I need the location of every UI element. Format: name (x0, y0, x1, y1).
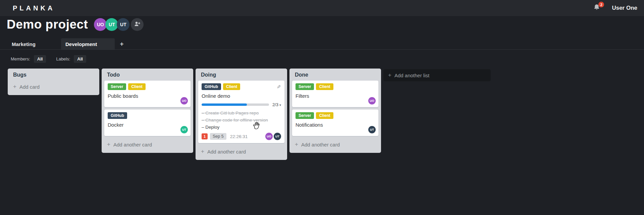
card-footer: 1Sep 522:26:31UOUT (202, 133, 281, 140)
tab-development[interactable]: Development (61, 38, 115, 50)
add-list-button[interactable]: + Add another list (383, 69, 491, 81)
card-title: Notifications (296, 122, 375, 128)
topbar: PLANKA 2 User One (0, 0, 644, 16)
list-title: Doing (196, 69, 287, 81)
task-item: – Change code for offline version (202, 117, 281, 124)
project-header: Demo project UOUTUT (7, 17, 144, 32)
tab-marketing[interactable]: Marketing (7, 38, 61, 50)
card-label: Client (316, 112, 333, 119)
plus-icon: + (107, 141, 110, 148)
project-member-avatar[interactable]: UT (117, 18, 129, 31)
card[interactable]: ServerClientPublic boardsUO (104, 81, 191, 107)
add-card-button[interactable]: +Add another card (196, 145, 287, 159)
card-label: Server (296, 83, 314, 90)
card-label-row: GitHub (108, 112, 187, 119)
card-member-avatar: UT (368, 126, 376, 133)
task-list: – Create GitHub Pages repo– Change code … (202, 110, 281, 131)
labels-filter-label: Labels: (56, 56, 70, 61)
task-item: – Deploy (202, 124, 281, 131)
add-card-button[interactable]: +Add another card (102, 138, 193, 152)
topbar-right: 2 User One (593, 4, 637, 12)
card[interactable]: GitHubClient✎Online demo2/3▾– Create Git… (198, 81, 284, 143)
members-filter-value[interactable]: All (34, 55, 46, 63)
card-label: GitHub (202, 83, 221, 90)
add-user-icon (134, 21, 141, 28)
card-label-row: ServerClient (296, 112, 375, 119)
card-label: Client (128, 83, 145, 90)
add-card-button[interactable]: +Add another card (289, 138, 381, 152)
card-title: Public boards (108, 93, 187, 99)
card-label: Server (296, 112, 314, 119)
task-progress-row: 2/3▾ (202, 102, 281, 107)
list-bugs: Bugs+Add card (8, 69, 99, 95)
add-card-label: Add another card (301, 142, 340, 147)
card-title: Online demo (202, 93, 281, 99)
notifications-button[interactable]: 2 (593, 4, 602, 12)
card-member-avatars: UOUT (264, 133, 281, 140)
card[interactable]: ServerClientFiltersUO (292, 81, 378, 107)
card-label-row: ServerClient (296, 83, 375, 90)
add-card-label: Add another card (113, 142, 152, 147)
card-member-avatar: UO (180, 97, 188, 104)
card-title: Filters (296, 93, 375, 99)
filter-bar: Members: All Labels: All (11, 55, 86, 63)
list-doing: DoingGitHubClient✎Online demo2/3▾– Creat… (196, 69, 287, 160)
card[interactable]: GitHubDockerUT (104, 110, 191, 136)
project-member-avatar[interactable]: UO (94, 18, 107, 31)
card-member-avatar: UT (180, 126, 188, 133)
list-done: DoneServerClientFiltersUOServerClientNot… (289, 69, 381, 153)
add-member-button[interactable] (131, 18, 144, 31)
card-member-avatar: UT (274, 133, 281, 140)
chevron-down-icon: ▾ (279, 103, 281, 107)
add-card-label: Add another card (207, 149, 246, 155)
board: Bugs+Add cardTodoServerClientPublic boar… (8, 69, 644, 160)
progress-count[interactable]: 2/3▾ (272, 102, 281, 107)
list-todo: TodoServerClientPublic boardsUOGitHubDoc… (102, 69, 193, 153)
due-date-chip[interactable]: Sep 5 (210, 133, 226, 140)
page-title[interactable]: Demo project (7, 17, 88, 32)
card-label-row: GitHubClient✎ (202, 83, 281, 90)
plus-icon: + (295, 141, 298, 148)
task-item: – Create GitHub Pages repo (202, 110, 281, 117)
plus-icon: + (201, 148, 204, 155)
card-label: Server (108, 83, 126, 90)
list-title: Bugs (8, 69, 99, 81)
card-label: Client (223, 83, 240, 90)
card[interactable]: ServerClientNotificationsUT (292, 110, 378, 136)
project-member-avatar[interactable]: UT (105, 18, 118, 31)
card-notification-badge: 1 (202, 133, 208, 139)
notification-count-badge: 2 (598, 2, 604, 7)
add-card-label: Add card (19, 84, 40, 90)
board-tabs: Marketing Development + (7, 38, 129, 50)
add-list-label: Add another list (394, 73, 429, 78)
card-title: Docker (108, 122, 187, 128)
plus-icon: + (13, 83, 16, 90)
user-menu[interactable]: User One (612, 5, 637, 11)
members-filter-label: Members: (11, 56, 30, 61)
plus-icon: + (388, 72, 391, 79)
progress-bar (202, 103, 269, 106)
edit-card-icon[interactable]: ✎ (277, 84, 281, 89)
card-label-row: ServerClient (108, 83, 187, 90)
card-label: GitHub (108, 112, 127, 119)
card-member-avatar: UO (368, 97, 376, 104)
list-title: Todo (102, 69, 193, 81)
card-member-avatar: UO (265, 133, 273, 140)
card-label: Client (316, 83, 333, 90)
progress-bar-fill (202, 103, 247, 106)
project-members: UOUTUT (94, 18, 144, 31)
list-title: Done (289, 69, 381, 81)
add-board-button[interactable]: + (115, 38, 129, 50)
timer-value[interactable]: 22:26:31 (230, 134, 248, 139)
labels-filter-value[interactable]: All (74, 55, 86, 63)
app-logo[interactable]: PLANKA (13, 4, 55, 12)
tabs-divider (0, 49, 644, 50)
bell-icon (593, 7, 600, 13)
add-card-button[interactable]: +Add card (8, 81, 99, 94)
